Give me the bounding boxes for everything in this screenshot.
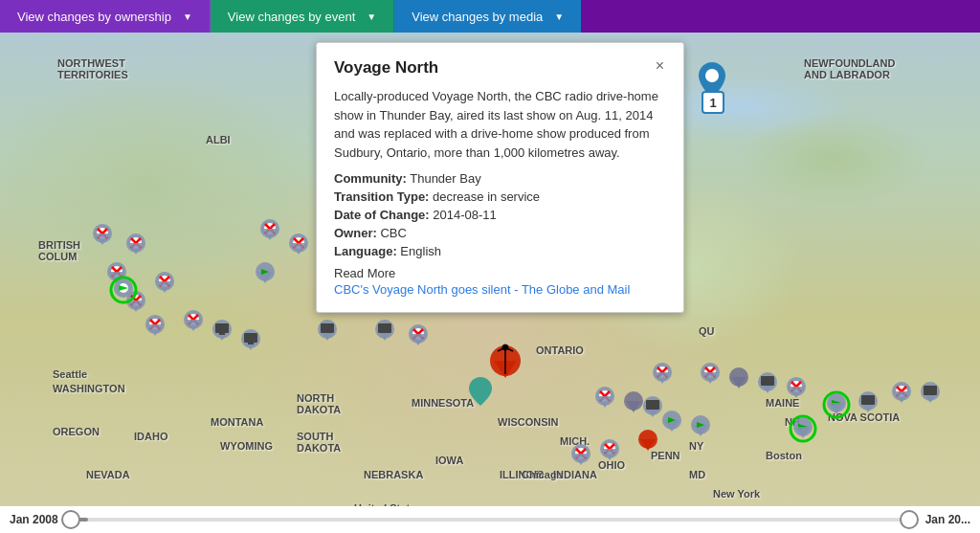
media-chevron-icon: ▼ xyxy=(554,11,564,22)
timeline-label-start: Jan 2008 xyxy=(10,513,67,526)
timeline-thumb-end[interactable] xyxy=(900,510,919,529)
popup-owner: Owner: CBC xyxy=(334,226,666,240)
owner-value: CBC xyxy=(380,226,406,240)
community-label: Community: xyxy=(334,171,407,186)
view-media-button[interactable]: View changes by media ▼ xyxy=(394,0,581,33)
view-event-button[interactable]: View changes by event ▼ xyxy=(211,0,394,33)
community-value: Thunder Bay xyxy=(410,171,480,186)
popup-close-button[interactable]: × xyxy=(654,58,666,74)
event-label: View changes by event xyxy=(228,10,355,24)
popup-dialog: Voyage North × Locally-produced Voyage N… xyxy=(316,42,684,313)
language-label: Language: xyxy=(334,244,397,258)
popup-description: Locally-produced Voyage North, the CBC r… xyxy=(334,87,666,162)
event-chevron-icon: ▼ xyxy=(367,11,376,22)
popup-title: Voyage North xyxy=(334,58,438,78)
ownership-label: View changes by ownership xyxy=(17,10,171,24)
date-value: 2014-08-11 xyxy=(433,208,497,222)
svg-point-0 xyxy=(705,69,719,82)
timeline-thumb-start[interactable] xyxy=(61,510,80,529)
timeline-label-end: Jan 20... xyxy=(913,513,970,526)
transition-value: decrease in service xyxy=(433,189,540,204)
popup-readmore: Read More xyxy=(334,266,666,280)
popup-date: Date of Change: 2014-08-11 xyxy=(334,208,666,222)
date-label: Date of Change: xyxy=(334,208,430,222)
number-badge: 1 xyxy=(702,91,724,114)
popup-language: Language: English xyxy=(334,244,666,258)
view-ownership-button[interactable]: View changes by ownership ▼ xyxy=(0,0,211,33)
owner-label: Owner: xyxy=(334,226,377,240)
language-value: English xyxy=(400,244,441,258)
popup-transition: Transition Type: decrease in service xyxy=(334,189,666,204)
popup-community: Community: Thunder Bay xyxy=(334,171,666,186)
readmore-label: Read More xyxy=(334,266,395,280)
timeline-track[interactable] xyxy=(71,518,909,522)
topbar: View changes by ownership ▼ View changes… xyxy=(0,0,980,33)
popup-header: Voyage North × xyxy=(334,58,666,78)
popup-link[interactable]: CBC's Voyage North goes silent - The Glo… xyxy=(334,282,666,297)
timeline: Jan 2008 Jan 20... xyxy=(0,506,980,533)
media-label: View changes by media xyxy=(412,10,543,24)
transition-label: Transition Type: xyxy=(334,189,429,204)
ownership-chevron-icon: ▼ xyxy=(183,11,192,22)
